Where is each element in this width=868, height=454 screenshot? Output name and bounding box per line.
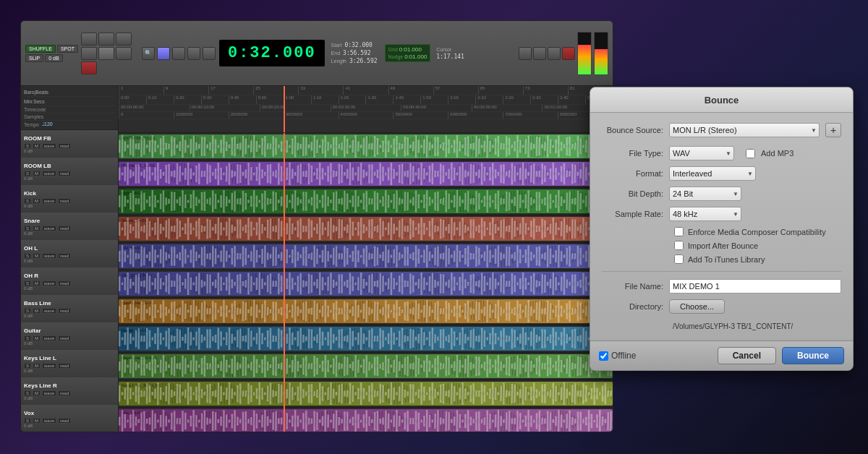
solo-master-btn[interactable] <box>533 47 546 60</box>
enforce-media-composer-checkbox[interactable] <box>674 227 684 236</box>
import-after-bounce-checkbox[interactable] <box>674 241 684 250</box>
add-source-button[interactable]: + <box>825 123 841 137</box>
track-btn-read-10[interactable]: read <box>58 418 71 424</box>
waveform-row-5[interactable]: OH_30-01 R <box>119 270 613 298</box>
track-btn-M-3[interactable]: M <box>33 226 41 231</box>
track-btn-M-5[interactable]: M <box>33 280 41 286</box>
go-to-start-btn[interactable] <box>116 33 132 46</box>
waveform-clip-5[interactable]: OH_30-01 R <box>119 272 613 296</box>
track-btn-wave-9[interactable]: wave <box>42 390 56 396</box>
waveform-row-6[interactable]: Bass Line_30-01 <box>119 298 613 325</box>
track-btn-S-4[interactable]: S <box>24 253 31 259</box>
waveform-row-4[interactable]: OH_30-01 L <box>119 243 613 270</box>
track-btn-M-2[interactable]: M <box>33 198 41 204</box>
track-btn-read-5[interactable]: read <box>58 280 71 286</box>
bounce-source-select[interactable]: MON L/R (Stereo) <box>669 123 820 137</box>
track-btn-S-9[interactable]: S <box>24 390 31 396</box>
track-btn-read-0[interactable]: read <box>58 143 71 149</box>
bounce-button[interactable]: Bounce <box>782 347 844 364</box>
format-select[interactable]: Interleaved <box>669 166 756 181</box>
monitor-btn[interactable] <box>548 47 561 60</box>
record-btn[interactable] <box>81 61 97 74</box>
track-btn-wave-4[interactable]: wave <box>42 253 56 259</box>
track-btn-S-6[interactable]: S <box>24 308 31 314</box>
track-btn-read-7[interactable]: read <box>58 335 71 341</box>
waveform-clip-9[interactable]: Keys Line_30-01 R <box>119 382 613 406</box>
track-btn-S-3[interactable]: S <box>24 226 31 231</box>
waveform-clip-2[interactable]: Kick_38-02 <box>119 189 613 213</box>
track-btn-wave-6[interactable]: wave <box>42 308 56 314</box>
track-btn-S-1[interactable]: S <box>24 171 31 176</box>
track-btn-wave-10[interactable]: wave <box>42 418 56 424</box>
track-btn-M-6[interactable]: M <box>33 308 41 314</box>
play-btn[interactable] <box>98 47 114 60</box>
track-btn-wave-2[interactable]: wave <box>42 198 56 204</box>
waveform-clip-0[interactable]: ROOM FB_01-01 <box>119 134 613 158</box>
waveform-row-0[interactable]: ROOM FB_01-01 <box>119 133 613 160</box>
waveform-row-3[interactable]: Snare_29-03 <box>119 215 613 243</box>
waveform-row-2[interactable]: Kick_38-02 <box>119 188 613 215</box>
spot-btn[interactable]: SPOT <box>57 45 78 53</box>
shuffle-btn[interactable]: SHUFFLE <box>25 45 56 53</box>
track-btn-wave-0[interactable]: wave <box>42 143 56 149</box>
waveform-clip-1[interactable]: ROOM LB_01-01 <box>119 162 613 186</box>
waveform-clip-7[interactable]: Guitar_30-01 <box>119 327 613 351</box>
fast-forward-btn[interactable] <box>98 33 114 46</box>
track-btn-S-5[interactable]: S <box>24 280 31 286</box>
cancel-button[interactable]: Cancel <box>718 347 776 364</box>
track-btn-M-8[interactable]: M <box>33 363 41 369</box>
track-btn-M-7[interactable]: M <box>33 335 41 341</box>
waveform-clip-3[interactable]: Snare_29-03 <box>119 217 613 241</box>
zoom-tool[interactable]: 🔍 <box>142 47 155 60</box>
waveform-row-9[interactable]: Keys Line_30-01 R <box>119 380 613 408</box>
track-btn-M-10[interactable]: M <box>33 418 41 424</box>
offline-checkbox[interactable] <box>599 351 608 361</box>
rec-enable-btn[interactable] <box>562 47 575 60</box>
track-btn-wave-1[interactable]: wave <box>42 171 56 176</box>
track-btn-M-0[interactable]: M <box>33 143 41 149</box>
track-btn-read-1[interactable]: read <box>58 171 71 176</box>
add-to-itunes-checkbox[interactable] <box>674 254 684 264</box>
waveform-clip-10[interactable]: Vox_30-03 <box>119 409 613 432</box>
track-btn-read-9[interactable]: read <box>58 390 71 396</box>
waveform-clip-8[interactable]: Keys Line_30-01 L <box>119 354 613 378</box>
file-type-select[interactable]: WAV <box>669 146 734 160</box>
slip-btn[interactable]: SLIP <box>25 54 43 62</box>
bit-depth-select[interactable]: 24 Bit <box>669 187 741 201</box>
sample-rate-select[interactable]: 48 kHz <box>669 207 741 221</box>
track-btn-read-6[interactable]: read <box>58 308 71 314</box>
track-btn-wave-5[interactable]: wave <box>42 280 56 286</box>
stop-btn[interactable] <box>116 47 132 60</box>
track-btn-S-0[interactable]: S <box>24 143 31 149</box>
track-btn-S-8[interactable]: S <box>24 363 31 369</box>
track-btn-read-2[interactable]: read <box>58 198 71 204</box>
waveform-row-10[interactable]: Vox_30-03 <box>119 408 613 432</box>
track-btn-read-4[interactable]: read <box>58 253 71 259</box>
waveform-row-7[interactable]: Guitar_30-01 <box>119 325 613 353</box>
track-btn-S-10[interactable]: S <box>24 418 31 424</box>
mute-master-btn[interactable] <box>519 47 532 60</box>
track-btn-wave-3[interactable]: wave <box>42 226 56 231</box>
track-btn-M-1[interactable]: M <box>33 171 41 176</box>
waveform-clip-6[interactable]: Bass Line_30-01 <box>119 299 613 323</box>
smart-tool[interactable] <box>203 47 216 60</box>
file-name-input[interactable] <box>669 279 841 294</box>
track-btn-read-3[interactable]: read <box>58 226 71 231</box>
track-btn-wave-8[interactable]: wave <box>42 363 56 369</box>
track-btn-S-2[interactable]: S <box>24 198 31 204</box>
waveform-row-8[interactable]: Keys Line_30-01 L <box>119 353 613 380</box>
select-tool[interactable] <box>157 47 170 60</box>
trim-tool[interactable] <box>172 47 185 60</box>
rewind-btn[interactable] <box>81 33 97 46</box>
track-btn-read-8[interactable]: read <box>58 363 71 369</box>
waveform-clip-4[interactable]: OH_30-01 L <box>119 244 613 268</box>
grip-btn[interactable]: 0 dB <box>45 54 62 62</box>
track-btn-M-4[interactable]: M <box>33 253 41 259</box>
add-mp3-checkbox[interactable] <box>746 149 755 158</box>
choose-button[interactable]: Choose... <box>669 299 725 314</box>
grab-tool[interactable] <box>187 47 200 60</box>
track-btn-S-7[interactable]: S <box>24 335 31 341</box>
go-to-end-btn[interactable] <box>81 47 97 60</box>
track-btn-M-9[interactable]: M <box>33 390 41 396</box>
waveform-row-1[interactable]: ROOM LB_01-01 <box>119 160 613 188</box>
